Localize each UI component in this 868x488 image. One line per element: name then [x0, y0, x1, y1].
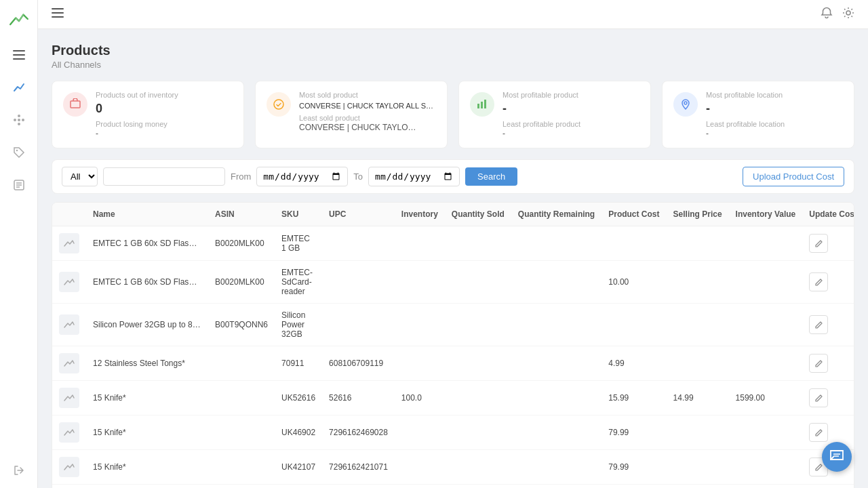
sidebar-item-analytics[interactable]: [9, 78, 28, 97]
row-upc: 608106709119: [322, 346, 395, 381]
row-name: EMTEC 1 GB 60x SD Flash Memor...: [86, 226, 208, 261]
row-name: 15 Knife*: [86, 485, 208, 489]
row-update-cost[interactable]: [802, 261, 854, 304]
product-thumbnail: [59, 388, 79, 408]
table-row: 15 Knife* UK42106 7296162421064 79.99: [52, 485, 854, 489]
col-update-cost: Update Cost: [802, 203, 854, 226]
to-date-input[interactable]: [368, 167, 460, 186]
row-inventory-value: [729, 485, 803, 489]
row-img: [52, 226, 86, 261]
row-qty-sold: [445, 346, 511, 381]
card-least-profitable-value: -: [502, 129, 625, 138]
row-inventory-value: [729, 450, 803, 485]
row-img: [52, 261, 86, 304]
svg-rect-13: [52, 8, 64, 9]
sidebar-item-tags[interactable]: [9, 143, 28, 162]
row-upc: [322, 261, 395, 304]
row-qty-remaining: [511, 450, 601, 485]
table-row: 15 Knife* UK52616 52616 100.0 15.99 14.9…: [52, 381, 854, 415]
search-button[interactable]: Search: [465, 167, 517, 186]
row-inventory-value: [729, 415, 803, 450]
from-date-input[interactable]: [256, 167, 348, 186]
settings-icon[interactable]: [842, 7, 854, 22]
svg-rect-20: [481, 102, 483, 108]
product-thumbnail: [59, 314, 79, 335]
svg-rect-14: [52, 12, 64, 14]
row-name: 15 Knife*: [86, 381, 208, 415]
search-input[interactable]: [103, 167, 225, 186]
sidebar-item-grid[interactable]: [9, 110, 28, 129]
card-least-location-label: Least profitable location: [706, 120, 843, 128]
row-sku: UK42107: [275, 450, 322, 485]
row-qty-sold: [445, 450, 511, 485]
table-row: 15 Knife* UK42107 7296162421071 79.99: [52, 450, 854, 485]
edit-cost-button[interactable]: [809, 315, 828, 334]
table-row: EMTEC 1 GB 60x SD Flash Memor... B0020ML…: [52, 261, 854, 304]
row-inventory: [395, 450, 445, 485]
row-product-cost: [601, 226, 666, 261]
row-qty-sold: [445, 381, 511, 415]
edit-cost-button[interactable]: [809, 388, 828, 407]
row-img: [52, 346, 86, 381]
row-qty-remaining: [511, 381, 601, 415]
row-sku: EMTEC-SdCard-reader: [275, 261, 322, 304]
row-inventory-value: [729, 226, 803, 261]
svg-rect-2: [13, 58, 25, 60]
sidebar-item-menu[interactable]: [9, 45, 28, 64]
col-name: Name: [86, 203, 208, 226]
svg-rect-15: [52, 16, 64, 18]
row-name: 12 Stainless Steel Tongs*: [86, 346, 208, 381]
card-location-icon: [673, 92, 698, 117]
row-upc: 7296162421071: [322, 450, 395, 485]
row-sku: UK42106: [275, 485, 322, 489]
sidebar-item-logout[interactable]: [9, 461, 28, 480]
page-subtitle: All Channels: [52, 60, 854, 70]
row-sku: UK46902: [275, 415, 322, 450]
chat-fab-button[interactable]: [822, 442, 852, 472]
row-qty-remaining: [511, 415, 601, 450]
row-upc: [322, 226, 395, 261]
edit-cost-button[interactable]: [809, 234, 828, 253]
svg-point-16: [846, 11, 850, 15]
row-selling-price: 14.99: [667, 381, 729, 415]
row-inventory-value: 1599.00: [729, 381, 803, 415]
card-inventory-icon: [63, 92, 87, 117]
row-update-cost[interactable]: [802, 346, 854, 381]
svg-point-22: [684, 102, 687, 104]
card-profitable-location: Most profitable location - Least profita…: [662, 81, 854, 148]
svg-rect-0: [13, 50, 25, 52]
products-toolbar: All From To Search Upload Product Cost: [52, 159, 854, 194]
table-header-row: Name ASIN SKU UPC Inventory Quantity Sol…: [52, 203, 854, 226]
edit-cost-button[interactable]: [809, 354, 828, 373]
product-thumbnail: [59, 457, 79, 477]
sidebar: [0, 0, 38, 488]
hamburger-icon[interactable]: [52, 7, 64, 22]
row-update-cost[interactable]: [802, 381, 854, 415]
row-inventory: [395, 485, 445, 489]
row-product-cost: 15.99: [601, 381, 666, 415]
row-selling-price: [667, 485, 729, 489]
row-upc: 7296162421064: [322, 485, 395, 489]
row-selling-price: [667, 450, 729, 485]
row-update-cost[interactable]: [802, 226, 854, 261]
row-inventory-value: [729, 261, 803, 304]
upload-cost-button[interactable]: Upload Product Cost: [743, 167, 844, 186]
row-update-cost[interactable]: [802, 304, 854, 346]
edit-cost-button[interactable]: [809, 272, 828, 291]
edit-cost-button[interactable]: [809, 423, 828, 442]
svg-rect-1: [13, 54, 25, 56]
sidebar-item-reports[interactable]: [9, 176, 28, 195]
svg-rect-21: [484, 100, 486, 108]
row-asin: [208, 346, 275, 381]
card-least-profitable-label: Least profitable product: [502, 120, 639, 128]
row-name: Silicon Power 32GB up to 85MB...: [86, 304, 208, 346]
row-update-cost[interactable]: [802, 485, 854, 489]
row-img: [52, 415, 86, 450]
card-profitable-icon: [470, 92, 494, 117]
svg-point-4: [14, 119, 16, 121]
channel-filter[interactable]: All: [62, 167, 98, 186]
svg-point-18: [274, 100, 283, 109]
notification-icon[interactable]: [821, 7, 833, 22]
row-inventory-value: [729, 304, 803, 346]
row-asin: B0020MLK00: [208, 226, 275, 261]
